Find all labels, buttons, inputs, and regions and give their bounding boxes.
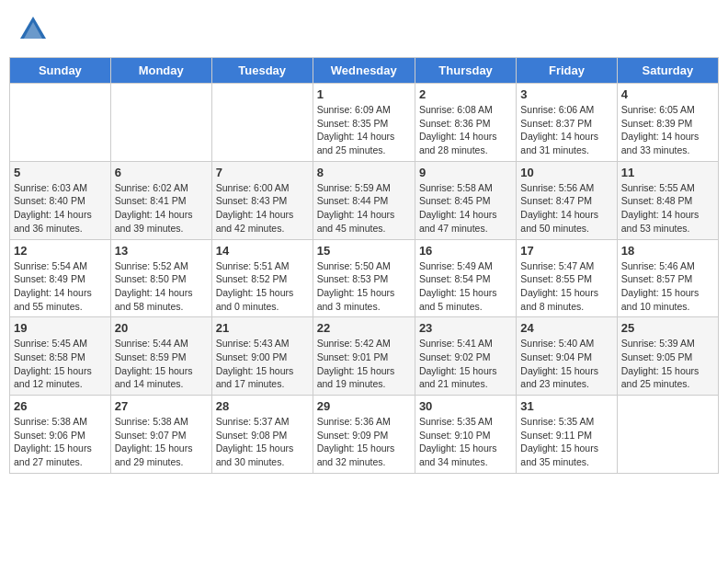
day-info: Sunrise: 5:38 AM Sunset: 9:07 PM Dayligh… bbox=[115, 415, 208, 469]
day-info: Sunrise: 6:00 AM Sunset: 8:43 PM Dayligh… bbox=[216, 181, 309, 236]
calendar-cell: 6Sunrise: 6:02 AM Sunset: 8:41 PM Daylig… bbox=[110, 161, 211, 239]
day-number: 15 bbox=[317, 244, 411, 258]
calendar-cell: 3Sunrise: 6:06 AM Sunset: 8:37 PM Daylig… bbox=[517, 84, 617, 162]
day-number: 3 bbox=[520, 87, 612, 101]
calendar-day-header: Wednesday bbox=[313, 58, 415, 84]
day-info: Sunrise: 6:03 AM Sunset: 8:40 PM Dayligh… bbox=[14, 181, 107, 236]
calendar-cell: 18Sunrise: 5:46 AM Sunset: 8:57 PM Dayli… bbox=[617, 239, 718, 317]
calendar-week-row: 12Sunrise: 5:54 AM Sunset: 8:49 PM Dayli… bbox=[10, 239, 719, 317]
day-info: Sunrise: 5:43 AM Sunset: 9:00 PM Dayligh… bbox=[216, 337, 309, 391]
calendar-cell: 1Sunrise: 6:09 AM Sunset: 8:35 PM Daylig… bbox=[313, 84, 415, 162]
calendar-cell: 16Sunrise: 5:49 AM Sunset: 8:54 PM Dayli… bbox=[415, 239, 516, 317]
day-number: 20 bbox=[115, 321, 208, 335]
day-number: 13 bbox=[115, 244, 208, 258]
day-number: 30 bbox=[419, 399, 512, 413]
day-number: 2 bbox=[419, 87, 512, 101]
day-number: 23 bbox=[419, 321, 512, 335]
calendar-day-header: Saturday bbox=[617, 58, 718, 84]
logo-icon bbox=[17, 13, 50, 46]
day-info: Sunrise: 5:54 AM Sunset: 8:49 PM Dayligh… bbox=[14, 259, 107, 314]
day-info: Sunrise: 5:46 AM Sunset: 8:57 PM Dayligh… bbox=[621, 259, 714, 314]
day-number: 26 bbox=[14, 399, 107, 413]
calendar-cell: 5Sunrise: 6:03 AM Sunset: 8:40 PM Daylig… bbox=[10, 161, 111, 239]
calendar-cell bbox=[617, 396, 718, 474]
day-info: Sunrise: 5:38 AM Sunset: 9:06 PM Dayligh… bbox=[14, 415, 107, 469]
day-number: 1 bbox=[317, 87, 411, 101]
day-number: 29 bbox=[317, 399, 411, 413]
day-number: 7 bbox=[216, 166, 309, 179]
calendar-cell: 21Sunrise: 5:43 AM Sunset: 9:00 PM Dayli… bbox=[211, 317, 313, 396]
day-number: 11 bbox=[621, 166, 714, 179]
day-info: Sunrise: 5:41 AM Sunset: 9:02 PM Dayligh… bbox=[419, 337, 512, 391]
calendar-week-row: 26Sunrise: 5:38 AM Sunset: 9:06 PM Dayli… bbox=[10, 396, 719, 474]
day-number: 10 bbox=[520, 166, 612, 179]
calendar-cell: 8Sunrise: 5:59 AM Sunset: 8:44 PM Daylig… bbox=[313, 161, 415, 239]
calendar-cell: 26Sunrise: 5:38 AM Sunset: 9:06 PM Dayli… bbox=[10, 396, 111, 474]
logo bbox=[17, 13, 53, 46]
calendar-cell: 24Sunrise: 5:40 AM Sunset: 9:04 PM Dayli… bbox=[517, 317, 617, 396]
day-number: 24 bbox=[520, 321, 612, 335]
calendar-cell: 23Sunrise: 5:41 AM Sunset: 9:02 PM Dayli… bbox=[415, 317, 516, 396]
calendar-cell: 11Sunrise: 5:55 AM Sunset: 8:48 PM Dayli… bbox=[617, 161, 718, 239]
day-number: 9 bbox=[419, 166, 512, 179]
calendar-cell bbox=[211, 84, 313, 162]
day-number: 19 bbox=[14, 321, 107, 335]
day-info: Sunrise: 5:40 AM Sunset: 9:04 PM Dayligh… bbox=[520, 337, 612, 391]
day-number: 25 bbox=[621, 321, 714, 335]
calendar-cell: 19Sunrise: 5:45 AM Sunset: 8:58 PM Dayli… bbox=[10, 317, 111, 396]
calendar-cell: 4Sunrise: 6:05 AM Sunset: 8:39 PM Daylig… bbox=[617, 84, 718, 162]
calendar-cell: 29Sunrise: 5:36 AM Sunset: 9:09 PM Dayli… bbox=[313, 396, 415, 474]
calendar-cell: 10Sunrise: 5:56 AM Sunset: 8:47 PM Dayli… bbox=[517, 161, 617, 239]
calendar-cell: 2Sunrise: 6:08 AM Sunset: 8:36 PM Daylig… bbox=[415, 84, 516, 162]
calendar-cell bbox=[10, 84, 111, 162]
day-info: Sunrise: 5:35 AM Sunset: 9:10 PM Dayligh… bbox=[419, 415, 512, 469]
day-number: 6 bbox=[115, 166, 208, 179]
day-number: 14 bbox=[216, 244, 309, 258]
calendar-cell: 25Sunrise: 5:39 AM Sunset: 9:05 PM Dayli… bbox=[617, 317, 718, 396]
day-info: Sunrise: 5:37 AM Sunset: 9:08 PM Dayligh… bbox=[216, 415, 309, 469]
calendar-week-row: 1Sunrise: 6:09 AM Sunset: 8:35 PM Daylig… bbox=[10, 84, 719, 162]
calendar-cell: 15Sunrise: 5:50 AM Sunset: 8:53 PM Dayli… bbox=[313, 239, 415, 317]
day-number: 17 bbox=[520, 244, 612, 258]
day-info: Sunrise: 5:36 AM Sunset: 9:09 PM Dayligh… bbox=[317, 415, 411, 469]
calendar-cell: 14Sunrise: 5:51 AM Sunset: 8:52 PM Dayli… bbox=[211, 239, 313, 317]
day-number: 31 bbox=[520, 399, 612, 413]
page-header bbox=[9, 9, 719, 50]
day-info: Sunrise: 6:06 AM Sunset: 8:37 PM Dayligh… bbox=[520, 103, 612, 157]
day-number: 16 bbox=[419, 244, 512, 258]
day-info: Sunrise: 5:47 AM Sunset: 8:55 PM Dayligh… bbox=[520, 259, 612, 314]
day-info: Sunrise: 6:05 AM Sunset: 8:39 PM Dayligh… bbox=[621, 103, 714, 157]
day-number: 8 bbox=[317, 166, 411, 179]
day-number: 22 bbox=[317, 321, 411, 335]
calendar-cell: 30Sunrise: 5:35 AM Sunset: 9:10 PM Dayli… bbox=[415, 396, 516, 474]
day-info: Sunrise: 5:59 AM Sunset: 8:44 PM Dayligh… bbox=[317, 181, 411, 236]
day-info: Sunrise: 5:58 AM Sunset: 8:45 PM Dayligh… bbox=[419, 181, 512, 236]
day-info: Sunrise: 5:52 AM Sunset: 8:50 PM Dayligh… bbox=[115, 259, 208, 314]
calendar-table: SundayMondayTuesdayWednesdayThursdayFrid… bbox=[9, 57, 719, 474]
calendar-week-row: 19Sunrise: 5:45 AM Sunset: 8:58 PM Dayli… bbox=[10, 317, 719, 396]
calendar-cell: 17Sunrise: 5:47 AM Sunset: 8:55 PM Dayli… bbox=[517, 239, 617, 317]
calendar-day-header: Friday bbox=[517, 58, 617, 84]
day-info: Sunrise: 5:39 AM Sunset: 9:05 PM Dayligh… bbox=[621, 337, 714, 391]
day-info: Sunrise: 5:56 AM Sunset: 8:47 PM Dayligh… bbox=[520, 181, 612, 236]
day-info: Sunrise: 6:08 AM Sunset: 8:36 PM Dayligh… bbox=[419, 103, 512, 157]
day-number: 12 bbox=[14, 244, 107, 258]
day-info: Sunrise: 5:44 AM Sunset: 8:59 PM Dayligh… bbox=[115, 337, 208, 391]
day-number: 5 bbox=[14, 166, 107, 179]
calendar-cell: 13Sunrise: 5:52 AM Sunset: 8:50 PM Dayli… bbox=[110, 239, 211, 317]
calendar-day-header: Thursday bbox=[415, 58, 516, 84]
day-number: 4 bbox=[621, 87, 714, 101]
calendar-cell: 31Sunrise: 5:35 AM Sunset: 9:11 PM Dayli… bbox=[517, 396, 617, 474]
day-info: Sunrise: 6:02 AM Sunset: 8:41 PM Dayligh… bbox=[115, 181, 208, 236]
day-info: Sunrise: 5:35 AM Sunset: 9:11 PM Dayligh… bbox=[520, 415, 612, 469]
calendar-cell: 22Sunrise: 5:42 AM Sunset: 9:01 PM Dayli… bbox=[313, 317, 415, 396]
day-info: Sunrise: 5:49 AM Sunset: 8:54 PM Dayligh… bbox=[419, 259, 512, 314]
day-info: Sunrise: 6:09 AM Sunset: 8:35 PM Dayligh… bbox=[317, 103, 411, 157]
calendar-cell: 7Sunrise: 6:00 AM Sunset: 8:43 PM Daylig… bbox=[211, 161, 313, 239]
day-info: Sunrise: 5:42 AM Sunset: 9:01 PM Dayligh… bbox=[317, 337, 411, 391]
day-info: Sunrise: 5:51 AM Sunset: 8:52 PM Dayligh… bbox=[216, 259, 309, 314]
day-number: 18 bbox=[621, 244, 714, 258]
calendar-header-row: SundayMondayTuesdayWednesdayThursdayFrid… bbox=[10, 58, 719, 84]
day-info: Sunrise: 5:50 AM Sunset: 8:53 PM Dayligh… bbox=[317, 259, 411, 314]
day-number: 27 bbox=[115, 399, 208, 413]
